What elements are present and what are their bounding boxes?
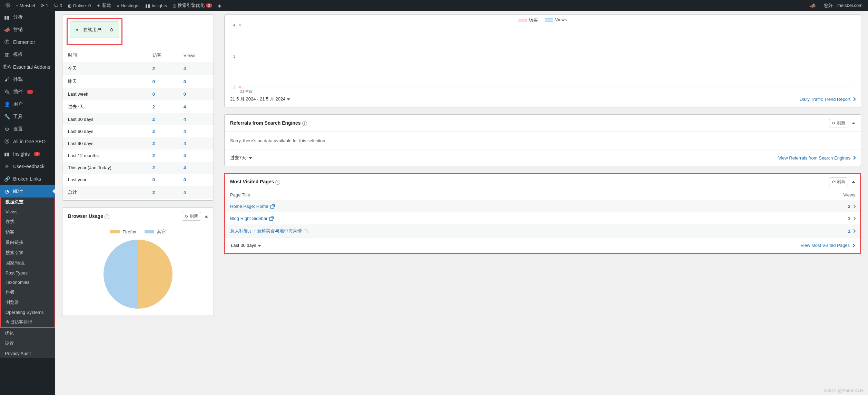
greeting-item[interactable]: 您好，meisbel.com xyxy=(821,0,865,11)
stats-row-label: 昨天 xyxy=(62,75,147,88)
extra-icon-item[interactable]: ◈ xyxy=(215,0,224,11)
sidebar-sub-item[interactable]: 今日访客排行 xyxy=(1,317,55,327)
sidebar-sub-item[interactable]: 设置 xyxy=(0,338,55,349)
stats-row-visitors[interactable]: 2 xyxy=(147,62,178,75)
stats-row-views[interactable]: 4 xyxy=(178,100,214,113)
online-item[interactable]: ◐Online: 0 xyxy=(65,0,93,11)
elementor-icon: Ⓔ xyxy=(3,39,10,46)
sidebar-sub-item[interactable]: 数据总览 xyxy=(1,197,55,207)
stats-row-visitors[interactable]: 2 xyxy=(147,100,178,113)
caret-down-icon xyxy=(249,157,252,159)
comments-item[interactable]: 🗨0 xyxy=(51,0,65,11)
insights-bar-item[interactable]: ▮▮Insights xyxy=(142,0,170,11)
most-visited-panel: Most Visited Pagesi ⟳刷新 Page Title Views… xyxy=(224,173,861,254)
info-icon[interactable]: i xyxy=(105,214,109,219)
sidebar-count-badge: 2 xyxy=(34,152,40,156)
sidebar-sub-item[interactable]: Taxonomies xyxy=(1,278,55,287)
stats-row-visitors[interactable]: 2 xyxy=(147,125,178,137)
sidebar-item-ea[interactable]: ⒺAEssential Addons xyxy=(0,61,55,73)
mv-views-count[interactable]: 2 xyxy=(848,204,855,209)
notification-item[interactable]: 📣 xyxy=(807,0,818,11)
sidebar-sub-item[interactable]: Operating Systems xyxy=(1,308,55,317)
sidebar-sub-item[interactable]: 在线 xyxy=(1,216,55,227)
collapse-toggle[interactable] xyxy=(852,181,855,183)
watermark: CSDN @AaronZZH xyxy=(824,388,863,393)
sidebar-sub-item[interactable]: 作者 xyxy=(1,287,55,297)
sidebar-item-wrench[interactable]: 🔧工具 xyxy=(0,110,55,123)
browser-refresh-button[interactable]: ⟳刷新 xyxy=(182,212,201,221)
stats-row-views[interactable]: 4 xyxy=(178,137,214,150)
stats-row-visitors[interactable]: 2 xyxy=(147,162,178,174)
stats-row-visitors[interactable]: 2 xyxy=(147,186,178,199)
stats-row-visitors[interactable]: 0 xyxy=(147,75,178,88)
sidebar-item-feedback[interactable]: ☺UserFeedback xyxy=(0,160,55,173)
sidebar-sub-item[interactable]: Views xyxy=(1,207,55,216)
sidebar-sub-item[interactable]: Post Types xyxy=(1,268,55,278)
stats-row-views[interactable]: 0 xyxy=(178,174,214,186)
insights-bar-label: Insights xyxy=(151,3,167,8)
sidebar-item-link[interactable]: 🔗Broken Links xyxy=(0,173,55,185)
hostinger-item[interactable]: ≡Hostinger xyxy=(114,0,142,11)
info-icon[interactable]: i xyxy=(302,121,307,126)
sidebar-item-aioseo[interactable]: ⓐAll in One SEO xyxy=(0,135,55,148)
sidebar-sub-item[interactable]: 反向链接 xyxy=(1,237,55,248)
mv-range-selector[interactable]: Last 30 days xyxy=(231,243,261,248)
mv-views-count[interactable]: 1 xyxy=(848,216,855,221)
sidebar-item-insights[interactable]: ▮▮Insights2 xyxy=(0,148,55,160)
sidebar-item-label: 统计 xyxy=(13,188,23,194)
sidebar-item-plug[interactable]: 🔌插件1 xyxy=(0,86,55,98)
mv-page-link[interactable]: Blog Right Sidebar xyxy=(230,216,273,221)
new-item[interactable]: ＋新建 xyxy=(93,0,114,11)
stats-row: 总计24 xyxy=(62,186,214,199)
sidebar-sub-item[interactable]: 国家/地区 xyxy=(1,258,55,268)
info-icon[interactable]: i xyxy=(275,180,280,185)
stats-row-views[interactable]: 0 xyxy=(178,88,214,100)
sidebar-item-brush[interactable]: 🖌外观 xyxy=(0,73,55,86)
stats-row-views[interactable]: 4 xyxy=(178,125,214,137)
referrals-view-link[interactable]: View Referrals from Search Engines xyxy=(778,155,855,161)
sidebar-item-user[interactable]: 👤用户 xyxy=(0,98,55,110)
sidebar-sub-item[interactable]: 优化 xyxy=(0,328,55,338)
traffic-report-link[interactable]: Daily Traffic Trend Report xyxy=(800,97,855,102)
sidebar-sub-item[interactable]: 访客 xyxy=(1,227,55,237)
collapse-toggle[interactable] xyxy=(852,122,855,124)
mv-row: 意大利餐厅：新鲜美食与地中海风情1 xyxy=(225,224,860,238)
stats-row-views[interactable]: 4 xyxy=(178,62,214,75)
sidebar-sub-item[interactable]: 搜索引擎 xyxy=(1,248,55,258)
sidebar-item-template[interactable]: ▥模板 xyxy=(0,48,55,61)
stats-row-visitors[interactable]: 2 xyxy=(147,137,178,150)
mv-page-link[interactable]: Home Page: Home xyxy=(230,204,274,209)
mv-page-link[interactable]: 意大利餐厅：新鲜美食与地中海风情 xyxy=(230,228,307,234)
sidebar-sub-item[interactable]: 浏览器 xyxy=(1,297,55,308)
sidebar-item-cog[interactable]: ⚙设置 xyxy=(0,123,55,135)
stats-row-visitors[interactable]: 0 xyxy=(147,174,178,186)
date-range-selector[interactable]: 21 5 月 2024 - 21 5 月 2024 xyxy=(230,96,290,102)
sidebar-item-elementor[interactable]: ⒺElementor xyxy=(0,36,55,48)
pie-legend-item: Firefox xyxy=(110,229,136,235)
sidebar-item-megaphone[interactable]: 📣营销 xyxy=(0,23,55,36)
mv-refresh-button[interactable]: ⟳刷新 xyxy=(829,177,848,186)
stats-row-views[interactable]: 4 xyxy=(178,186,214,199)
sidebar-sub-item[interactable]: Privacy Audit xyxy=(0,349,55,358)
updates-item[interactable]: ⟳1 xyxy=(38,0,51,11)
sidebar-item-stats[interactable]: ◔统计 xyxy=(0,185,55,198)
stats-row-views[interactable]: 4 xyxy=(178,113,214,125)
stats-row-visitors[interactable]: 0 xyxy=(147,88,178,100)
seo-bar-label: 搜索引擎优化 xyxy=(178,2,205,9)
wrench-icon: 🔧 xyxy=(3,113,10,120)
mv-views-count[interactable]: 1 xyxy=(848,229,855,234)
referrals-range-selector[interactable]: 过去7天: xyxy=(230,155,252,161)
sidebar-item-chart-bar[interactable]: ▮▮分析 xyxy=(0,11,55,23)
wp-logo[interactable]: ⓦ xyxy=(3,0,13,11)
site-name[interactable]: ⌂Meisbel xyxy=(13,0,38,11)
stats-row-views[interactable]: 4 xyxy=(178,162,214,174)
referrals-refresh-button[interactable]: ⟳刷新 xyxy=(829,119,848,127)
stats-row-views[interactable]: 0 xyxy=(178,75,214,88)
stats-row-visitors[interactable]: 2 xyxy=(147,150,178,162)
seo-bar-item[interactable]: ◎搜索引擎优化2 xyxy=(170,0,215,11)
stats-row-views[interactable]: 4 xyxy=(178,150,214,162)
collapse-toggle[interactable] xyxy=(205,215,208,218)
stats-row-visitors[interactable]: 2 xyxy=(147,113,178,125)
pie-legend-item: 其它 xyxy=(145,229,166,235)
mv-view-link[interactable]: View Most Visited Pages xyxy=(800,243,855,248)
